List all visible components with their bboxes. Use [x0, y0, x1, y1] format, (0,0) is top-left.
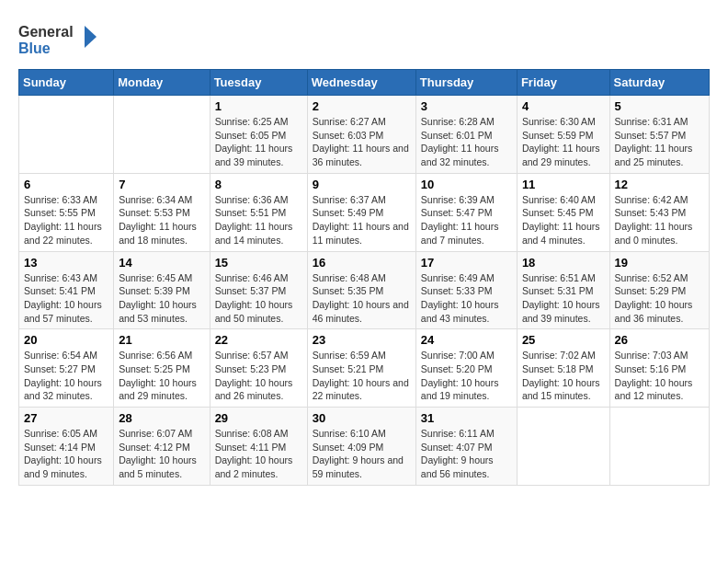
weekday-header-row: SundayMondayTuesdayWednesdayThursdayFrid… — [19, 70, 710, 96]
day-info: Sunrise: 6:10 AMSunset: 4:09 PMDaylight:… — [313, 427, 411, 481]
calendar-cell — [114, 96, 210, 174]
day-number: 22 — [215, 333, 302, 347]
calendar-cell: 27Sunrise: 6:05 AMSunset: 4:14 PMDayligh… — [19, 408, 114, 486]
calendar-cell — [517, 408, 609, 486]
day-info: Sunrise: 6:31 AMSunset: 5:57 PMDaylight:… — [615, 115, 704, 169]
day-info: Sunrise: 6:49 AMSunset: 5:33 PMDaylight:… — [421, 271, 512, 326]
calendar-cell: 25Sunrise: 7:02 AMSunset: 5:18 PMDayligh… — [517, 329, 609, 408]
day-number: 27 — [24, 411, 108, 425]
day-number: 31 — [421, 411, 512, 425]
calendar-week-4: 20Sunrise: 6:54 AMSunset: 5:27 PMDayligh… — [19, 329, 710, 408]
day-info: Sunrise: 6:48 AMSunset: 5:35 PMDaylight:… — [313, 271, 411, 326]
day-number: 30 — [313, 411, 411, 425]
day-info: Sunrise: 6:57 AMSunset: 5:23 PMDaylight:… — [215, 349, 302, 403]
day-number: 28 — [119, 411, 204, 425]
day-number: 4 — [522, 99, 605, 113]
day-info: Sunrise: 6:54 AMSunset: 5:27 PMDaylight:… — [24, 349, 108, 403]
day-number: 21 — [119, 333, 204, 347]
calendar-cell: 26Sunrise: 7:03 AMSunset: 5:16 PMDayligh… — [609, 329, 709, 408]
day-number: 2 — [313, 99, 411, 113]
calendar-cell: 23Sunrise: 6:59 AMSunset: 5:21 PMDayligh… — [307, 329, 415, 408]
day-info: Sunrise: 6:33 AMSunset: 5:55 PMDaylight:… — [24, 193, 108, 247]
calendar-cell: 6Sunrise: 6:33 AMSunset: 5:55 PMDaylight… — [19, 173, 114, 251]
day-info: Sunrise: 6:07 AMSunset: 4:12 PMDaylight:… — [119, 427, 204, 481]
calendar-table: SundayMondayTuesdayWednesdayThursdayFrid… — [18, 69, 710, 486]
calendar-week-2: 6Sunrise: 6:33 AMSunset: 5:55 PMDaylight… — [19, 173, 710, 251]
day-info: Sunrise: 6:30 AMSunset: 5:59 PMDaylight:… — [522, 115, 605, 169]
day-number: 17 — [421, 256, 512, 270]
calendar-cell: 17Sunrise: 6:49 AMSunset: 5:33 PMDayligh… — [415, 251, 517, 329]
day-info: Sunrise: 6:27 AMSunset: 6:03 PMDaylight:… — [313, 115, 411, 169]
weekday-header-wednesday: Wednesday — [307, 70, 415, 96]
calendar-cell: 2Sunrise: 6:27 AMSunset: 6:03 PMDaylight… — [307, 96, 415, 174]
calendar-header: SundayMondayTuesdayWednesdayThursdayFrid… — [19, 70, 710, 96]
weekday-header-monday: Monday — [114, 70, 210, 96]
calendar-cell: 15Sunrise: 6:46 AMSunset: 5:37 PMDayligh… — [210, 251, 307, 329]
day-number: 9 — [313, 178, 411, 191]
weekday-header-friday: Friday — [517, 70, 609, 96]
day-info: Sunrise: 6:45 AMSunset: 5:39 PMDaylight:… — [119, 271, 204, 326]
calendar-cell: 13Sunrise: 6:43 AMSunset: 5:41 PMDayligh… — [19, 251, 114, 329]
day-number: 13 — [24, 256, 108, 270]
calendar-cell: 22Sunrise: 6:57 AMSunset: 5:23 PMDayligh… — [210, 329, 307, 408]
day-info: Sunrise: 6:59 AMSunset: 5:21 PMDaylight:… — [313, 349, 411, 403]
calendar-cell: 7Sunrise: 6:34 AMSunset: 5:53 PMDaylight… — [114, 173, 210, 251]
day-info: Sunrise: 6:40 AMSunset: 5:45 PMDaylight:… — [522, 193, 605, 247]
day-number: 24 — [421, 333, 512, 347]
day-info: Sunrise: 6:39 AMSunset: 5:47 PMDaylight:… — [421, 193, 512, 247]
weekday-header-sunday: Sunday — [19, 70, 114, 96]
calendar-cell: 30Sunrise: 6:10 AMSunset: 4:09 PMDayligh… — [307, 408, 415, 486]
calendar-cell: 20Sunrise: 6:54 AMSunset: 5:27 PMDayligh… — [19, 329, 114, 408]
day-number: 14 — [119, 256, 204, 270]
calendar-cell: 10Sunrise: 6:39 AMSunset: 5:47 PMDayligh… — [415, 173, 517, 251]
day-info: Sunrise: 6:43 AMSunset: 5:41 PMDaylight:… — [24, 271, 108, 326]
calendar-cell — [609, 408, 709, 486]
calendar-cell: 18Sunrise: 6:51 AMSunset: 5:31 PMDayligh… — [517, 251, 609, 329]
svg-text:Blue: Blue — [18, 40, 51, 56]
day-info: Sunrise: 6:08 AMSunset: 4:11 PMDaylight:… — [215, 427, 302, 481]
calendar-cell — [19, 96, 114, 174]
calendar-cell: 3Sunrise: 6:28 AMSunset: 6:01 PMDaylight… — [415, 96, 517, 174]
calendar-week-1: 1Sunrise: 6:25 AMSunset: 6:05 PMDaylight… — [19, 96, 710, 174]
day-info: Sunrise: 6:11 AMSunset: 4:07 PMDaylight:… — [421, 427, 512, 481]
page-header: General Blue — [18, 18, 710, 60]
calendar-cell: 24Sunrise: 7:00 AMSunset: 5:20 PMDayligh… — [415, 329, 517, 408]
day-info: Sunrise: 6:28 AMSunset: 6:01 PMDaylight:… — [421, 115, 512, 169]
day-number: 8 — [215, 178, 302, 191]
calendar-cell: 31Sunrise: 6:11 AMSunset: 4:07 PMDayligh… — [415, 408, 517, 486]
logo-svg: General Blue — [18, 18, 101, 60]
day-info: Sunrise: 6:05 AMSunset: 4:14 PMDaylight:… — [24, 427, 108, 481]
day-info: Sunrise: 6:37 AMSunset: 5:49 PMDaylight:… — [313, 193, 411, 247]
svg-text:General: General — [18, 24, 74, 40]
day-number: 20 — [24, 333, 108, 347]
calendar-cell: 28Sunrise: 6:07 AMSunset: 4:12 PMDayligh… — [114, 408, 210, 486]
day-info: Sunrise: 6:51 AMSunset: 5:31 PMDaylight:… — [522, 271, 605, 326]
calendar-week-3: 13Sunrise: 6:43 AMSunset: 5:41 PMDayligh… — [19, 251, 710, 329]
day-number: 5 — [615, 99, 704, 113]
calendar-body: 1Sunrise: 6:25 AMSunset: 6:05 PMDaylight… — [19, 96, 710, 486]
day-info: Sunrise: 6:42 AMSunset: 5:43 PMDaylight:… — [615, 193, 704, 247]
day-info: Sunrise: 6:34 AMSunset: 5:53 PMDaylight:… — [119, 193, 204, 247]
calendar-week-5: 27Sunrise: 6:05 AMSunset: 4:14 PMDayligh… — [19, 408, 710, 486]
day-info: Sunrise: 6:46 AMSunset: 5:37 PMDaylight:… — [215, 271, 302, 326]
day-number: 29 — [215, 411, 302, 425]
day-number: 6 — [24, 178, 108, 191]
calendar-cell: 5Sunrise: 6:31 AMSunset: 5:57 PMDaylight… — [609, 96, 709, 174]
day-number: 18 — [522, 256, 605, 270]
weekday-header-tuesday: Tuesday — [210, 70, 307, 96]
calendar-cell: 4Sunrise: 6:30 AMSunset: 5:59 PMDaylight… — [517, 96, 609, 174]
calendar-cell: 14Sunrise: 6:45 AMSunset: 5:39 PMDayligh… — [114, 251, 210, 329]
day-number: 12 — [615, 178, 704, 191]
calendar-cell: 29Sunrise: 6:08 AMSunset: 4:11 PMDayligh… — [210, 408, 307, 486]
calendar-cell: 9Sunrise: 6:37 AMSunset: 5:49 PMDaylight… — [307, 173, 415, 251]
calendar-cell: 21Sunrise: 6:56 AMSunset: 5:25 PMDayligh… — [114, 329, 210, 408]
weekday-header-saturday: Saturday — [609, 70, 709, 96]
day-number: 11 — [522, 178, 605, 191]
logo: General Blue — [18, 18, 101, 60]
day-number: 26 — [615, 333, 704, 347]
day-number: 3 — [421, 99, 512, 113]
calendar-cell: 12Sunrise: 6:42 AMSunset: 5:43 PMDayligh… — [609, 173, 709, 251]
day-number: 15 — [215, 256, 302, 270]
day-info: Sunrise: 6:52 AMSunset: 5:29 PMDaylight:… — [615, 271, 704, 326]
weekday-header-thursday: Thursday — [415, 70, 517, 96]
